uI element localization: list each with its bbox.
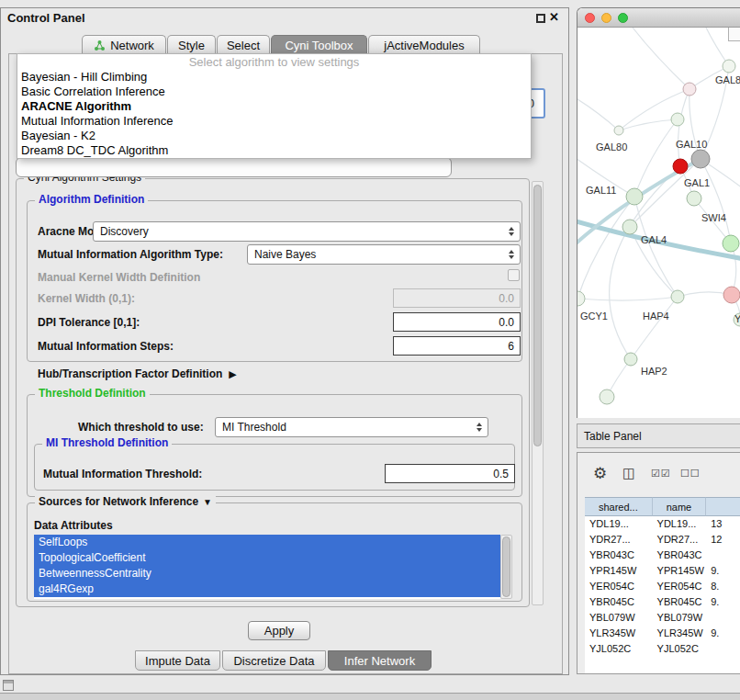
close-traffic-light[interactable] (585, 13, 595, 23)
table-cell[interactable]: YER054C (653, 579, 707, 594)
network-node[interactable] (622, 220, 637, 234)
data-attributes-list[interactable]: SelfLoopsTopologicalCoefficientBetweenne… (34, 535, 500, 599)
select-all-icon[interactable]: ☑☑ (651, 468, 671, 480)
table-cell[interactable]: 12 (706, 532, 740, 548)
table-cell[interactable]: 9. (706, 594, 740, 610)
attribute-item[interactable]: gal4RGexp (34, 581, 500, 597)
table-cell[interactable]: YJL052C (653, 641, 707, 657)
network-node[interactable] (683, 83, 696, 96)
attribute-item[interactable]: SelfLoops (34, 535, 500, 550)
table-cell[interactable]: YER054C (585, 579, 653, 594)
settings-scrollbar-thumb[interactable] (533, 185, 542, 446)
algorithm-option[interactable]: Dream8 DC_TDC Algorithm (17, 143, 531, 158)
table-cell[interactable] (706, 641, 740, 657)
column-header[interactable]: shared... (585, 497, 653, 516)
network-node[interactable] (600, 390, 614, 404)
mi-threshold-field[interactable]: 0.5 (385, 464, 515, 483)
table-row[interactable]: YBR045CYBR045C9. (585, 594, 740, 610)
algorithm-option[interactable]: Basic Correlation Inference (17, 85, 531, 99)
tab-jactivemodules[interactable]: jActiveModules (368, 35, 480, 54)
algorithm-option[interactable]: Bayesian - Hill Climbing (17, 70, 531, 85)
algorithm-option[interactable]: Bayesian - K2 (17, 129, 531, 143)
network-node[interactable] (691, 150, 710, 168)
table-row[interactable]: YJL052CYJL052C (585, 641, 740, 657)
network-canvas[interactable]: GAL8GAL80GAL10GAL11GAL1SWI4GAL4GCY1HAP4H… (577, 28, 740, 418)
table-cell[interactable]: YBR043C (585, 548, 653, 563)
dpi-tolerance-field[interactable]: 0.0 (393, 312, 521, 332)
attribute-item[interactable]: TopologicalCoefficient (34, 550, 500, 566)
network-node[interactable] (577, 291, 585, 306)
table-cell[interactable]: 13 (706, 516, 740, 532)
minimize-traffic-light[interactable] (601, 13, 611, 23)
network-node[interactable] (671, 290, 684, 303)
table-cell[interactable]: YLR345W (653, 626, 707, 641)
network-node[interactable] (723, 235, 739, 252)
aracne-mode-combo[interactable]: Discovery (93, 221, 521, 242)
table-panel-titlebar[interactable]: Table Panel (577, 423, 740, 448)
algorithm-option[interactable]: ARACNE Algorithm (17, 99, 531, 114)
network-node[interactable] (687, 191, 701, 206)
table-cell[interactable]: YBR043C (653, 548, 707, 563)
network-node[interactable] (671, 113, 684, 126)
table-cell[interactable]: 9. (706, 626, 740, 641)
mi-type-combo[interactable]: Naive Bayes (247, 244, 521, 265)
list-scrollbar-thumb[interactable] (502, 536, 510, 597)
column-header[interactable]: name (653, 497, 707, 516)
tab-network[interactable]: Network (82, 35, 166, 54)
network-node[interactable] (624, 353, 637, 366)
network-node[interactable] (723, 60, 735, 73)
float-window-icon[interactable] (536, 14, 545, 23)
algorithm-option[interactable]: Mutual Information Inference (17, 114, 531, 129)
tab-cyni-toolbox[interactable]: Cyni Toolbox (271, 35, 367, 54)
table-cell[interactable]: YLR345W (585, 626, 653, 641)
table-row[interactable]: YDR27...YDR27...12 (585, 532, 740, 548)
table-cell[interactable]: YBL079W (653, 610, 707, 626)
sources-group-toggle[interactable]: Sources for Network Inference ▼ (35, 495, 216, 508)
table-cell[interactable]: YDR27... (653, 532, 707, 548)
tab-style[interactable]: Style (167, 35, 216, 54)
table-row[interactable]: YDL19...YDL19...13 (585, 516, 740, 532)
docked-panel-icon[interactable] (3, 680, 14, 691)
table-cell[interactable]: YDR27... (585, 532, 653, 548)
columns-icon[interactable]: ◫ (622, 465, 635, 481)
table-cell[interactable]: YJL052C (585, 641, 653, 657)
table-cell[interactable] (706, 548, 740, 563)
deselect-all-icon[interactable]: ☐☐ (680, 468, 701, 480)
close-window-icon[interactable]: ✕ (549, 10, 559, 24)
tab-discretize-data[interactable]: Discretize Data (222, 650, 326, 671)
network-node[interactable] (626, 188, 643, 205)
table-row[interactable]: YBL079WYBL079W (585, 610, 740, 626)
network-window-titlebar[interactable] (577, 8, 740, 28)
zoom-traffic-light[interactable] (618, 13, 628, 23)
network-node[interactable] (723, 287, 740, 303)
tab-infer-network[interactable]: Infer Network (328, 650, 432, 671)
table-row[interactable]: YER054CYER054C8. (585, 579, 740, 594)
table-cell[interactable]: YPR145W (653, 563, 707, 579)
attribute-item[interactable]: BetweennessCentrality (34, 566, 500, 581)
network-node[interactable] (614, 126, 623, 135)
table-cell[interactable] (706, 610, 740, 626)
table-cell[interactable]: YBR045C (585, 594, 653, 610)
table-cell[interactable]: YDL19... (653, 516, 707, 532)
table-row[interactable]: YPR145WYPR145W9. (585, 563, 740, 579)
which-threshold-combo[interactable]: MI Threshold (215, 417, 488, 437)
network-node[interactable] (673, 159, 688, 174)
table-cell[interactable]: 9. (706, 563, 740, 579)
tab-select[interactable]: Select (217, 35, 270, 54)
network-svg[interactable]: GAL8GAL80GAL10GAL11GAL1SWI4GAL4GCY1HAP4H… (577, 28, 740, 418)
network-scroll-corner[interactable] (728, 28, 740, 41)
table-cell[interactable]: YPR145W (585, 563, 653, 579)
apply-button[interactable]: Apply (248, 621, 310, 640)
table-row[interactable]: YBR043CYBR043C (585, 548, 740, 563)
algorithm-combo-partial[interactable] (16, 157, 452, 177)
control-panel-titlebar[interactable]: Control Panel ✕ (1, 8, 568, 28)
tab-impute-data[interactable]: Impute Data (135, 650, 220, 671)
table-cell[interactable]: YBR045C (653, 594, 707, 610)
hub-definition-toggle[interactable]: Hub/Transcription Factor Definition ▶ (38, 367, 237, 380)
table-row[interactable]: YLR345WYLR345W9. (585, 626, 740, 641)
table-cell[interactable]: YBL079W (585, 610, 653, 626)
table-cell[interactable]: YDL19... (585, 516, 653, 532)
gear-icon[interactable]: ⚙ (593, 464, 607, 483)
settings-scrollbar[interactable] (532, 181, 544, 605)
mi-steps-field[interactable]: 6 (393, 336, 521, 356)
